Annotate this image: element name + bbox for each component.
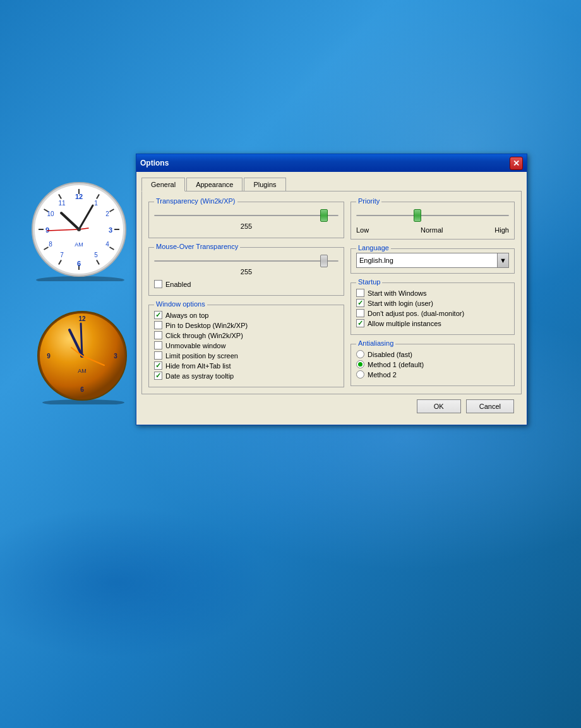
startup-label: Startup [356,278,382,286]
mouse-over-slider-track[interactable] [154,257,338,265]
priority-normal-label: Normal [421,226,443,234]
dont-adjust-label: Don't adjust pos. (dual-monitor) [368,310,464,317]
enabled-checkbox-item[interactable]: Enabled [154,280,338,288]
start-login-checkbox[interactable]: ✓ [356,299,364,307]
antialiasing-disabled-radio[interactable] [356,350,364,358]
dialog-titlebar: Options ✕ [136,154,527,172]
svg-text:12: 12 [75,193,83,200]
date-systray-label: Date as systray tooltip [165,372,234,380]
tab-plugins[interactable]: Plugins [244,178,285,191]
tab-content-inner: Transparency (Win2k/XP) 255 Mouse-Over T… [148,198,515,387]
pin-to-desktop-checkbox[interactable] [154,321,162,329]
hide-alt-tab-item[interactable]: ✓ Hide from Alt+Tab list [154,361,338,370]
start-windows-checkbox[interactable] [356,289,364,297]
start-windows-item[interactable]: Start with Windows [356,289,509,297]
start-login-item[interactable]: ✓ Start with login (user) [356,299,509,307]
language-label: Language [356,244,391,252]
priority-labels: Low Normal High [356,226,509,234]
svg-text:AM: AM [78,368,87,374]
hide-alt-tab-label: Hide from Alt+Tab list [165,362,231,370]
priority-label: Priority [356,197,381,205]
limit-position-checkbox[interactable] [154,351,162,360]
svg-text:1: 1 [94,200,98,207]
dont-adjust-item[interactable]: Don't adjust pos. (dual-monitor) [356,309,509,317]
mouse-over-slider-thumb[interactable] [320,255,328,267]
language-dropdown-arrow[interactable]: ▼ [497,253,508,267]
svg-text:7: 7 [60,252,64,258]
svg-text:4: 4 [105,241,109,248]
enabled-checkbox[interactable] [154,280,162,288]
start-windows-label: Start with Windows [368,289,427,297]
priority-low-label: Low [356,226,369,234]
priority-high-label: High [494,226,509,234]
transparency-slider-container: 255 [154,206,338,233]
mouse-over-transparency-label: Mouse-Over Transparency [154,243,240,250]
hide-alt-tab-checkbox[interactable]: ✓ [154,361,162,370]
click-through-label: Click through (Win2k/XP) [165,332,243,339]
options-dialog: Options ✕ General Appearance Plugins Tra… [136,154,527,425]
antialiasing-method2-radio[interactable] [356,370,364,379]
date-systray-checkbox[interactable]: ✓ [154,372,162,380]
priority-slider-thumb[interactable] [414,209,421,222]
priority-slider-line [356,215,509,216]
close-button[interactable]: ✕ [510,157,523,170]
ok-button[interactable]: OK [417,399,461,413]
dialog-body: General Appearance Plugins Transparency … [136,172,527,425]
unmovable-window-item[interactable]: Unmovable window [154,341,338,349]
analog-clock-2: AM 12 3 6 9 [35,310,129,404]
always-on-top-label: Always on top [165,312,208,319]
allow-multiple-checkbox[interactable]: ✓ [356,319,364,327]
tab-general[interactable]: General [141,178,185,191]
limit-position-item[interactable]: Limit position by screen [154,351,338,360]
mouse-over-slider-container: 255 [154,252,338,278]
left-panel: Transparency (Win2k/XP) 255 Mouse-Over T… [148,198,344,387]
right-panel: Priority Low Normal High [350,198,515,387]
transparency-label: Transparency (Win2k/XP) [154,197,237,205]
window-options-group: Window options ✓ Always on top Pin to De… [148,305,344,387]
transparency-slider-thumb[interactable] [320,209,328,222]
mouse-over-transparency-group: Mouse-Over Transparency 255 Enabled [148,247,344,296]
svg-text:3: 3 [109,226,112,234]
enabled-label: Enabled [165,281,191,288]
svg-text:8: 8 [49,241,52,248]
antialiasing-method1-radio[interactable] [356,360,364,368]
dialog-footer: OK Cancel [141,394,522,420]
antialiasing-method1-dot [358,362,362,367]
priority-slider-track[interactable] [356,211,509,220]
language-value: English.lng [357,255,497,265]
mouse-over-slider-line [154,260,338,262]
priority-group: Priority Low Normal High [350,202,515,240]
window-options-label: Window options [154,300,207,308]
start-login-label: Start with login (user) [368,300,433,307]
svg-text:6: 6 [80,386,84,393]
click-through-checkbox[interactable] [154,331,162,339]
dont-adjust-checkbox[interactable] [356,309,364,317]
click-through-item[interactable]: Click through (Win2k/XP) [154,331,338,339]
always-on-top-item[interactable]: ✓ Always on top [154,311,338,319]
svg-text:5: 5 [94,252,98,258]
svg-text:9: 9 [45,226,49,234]
mouse-over-value: 255 [154,268,338,276]
antialiasing-method2-item[interactable]: Method 2 [356,370,509,379]
transparency-slider-line [154,215,338,216]
language-select[interactable]: English.lng ▼ [356,253,509,268]
antialiasing-label: Antialiasing [356,339,395,347]
unmovable-window-checkbox[interactable] [154,341,162,349]
antialiasing-disabled-item[interactable]: Disabled (fast) [356,350,509,358]
antialiasing-method1-item[interactable]: Method 1 (default) [356,360,509,368]
allow-multiple-item[interactable]: ✓ Allow multiple instances [356,319,509,327]
svg-text:6: 6 [77,260,81,267]
date-systray-item[interactable]: ✓ Date as systray tooltip [154,372,338,380]
svg-text:9: 9 [47,353,51,360]
antialiasing-group: Antialiasing Disabled (fast) Method 1 (d… [350,344,515,386]
antialiasing-method2-label: Method 2 [368,371,397,379]
cancel-button[interactable]: Cancel [466,399,514,413]
tab-content-general: Transparency (Win2k/XP) 255 Mouse-Over T… [141,191,522,394]
dialog-title: Options [140,159,510,167]
transparency-slider-track[interactable] [154,211,338,220]
always-on-top-checkbox[interactable]: ✓ [154,311,162,319]
svg-text:2: 2 [105,210,109,217]
tab-appearance[interactable]: Appearance [186,178,243,191]
pin-to-desktop-item[interactable]: Pin to Desktop (Win2k/XP) [154,321,338,329]
transparency-group: Transparency (Win2k/XP) 255 [148,202,344,238]
